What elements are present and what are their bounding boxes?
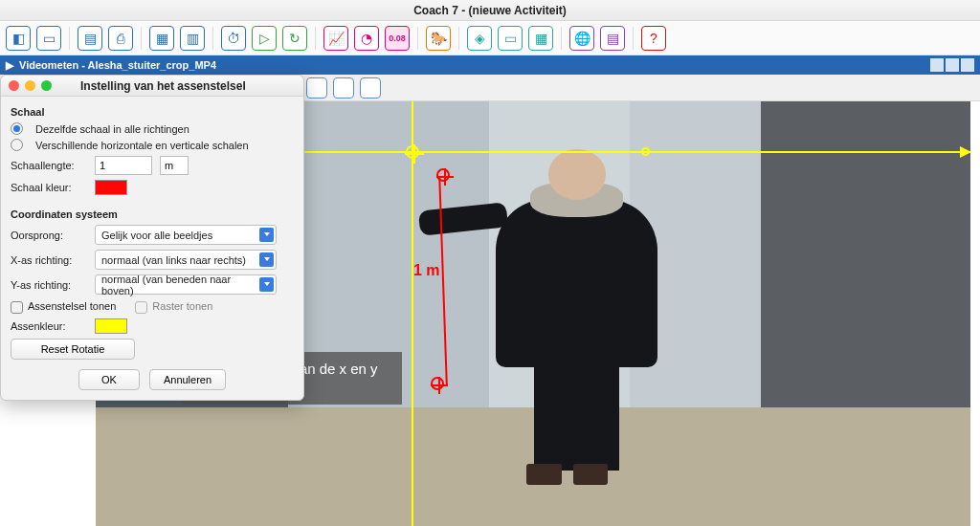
show-axes-checkbox[interactable] <box>11 301 23 314</box>
origin-marker[interactable] <box>406 145 419 159</box>
web-icon[interactable]: 🌐 <box>569 26 594 51</box>
save-icon[interactable]: ▤ <box>78 26 102 51</box>
scale-length-input[interactable] <box>95 156 152 175</box>
timer-icon[interactable]: ⏱ <box>221 26 246 51</box>
maximize-pane-icon[interactable] <box>946 58 959 72</box>
y-axis-overlay[interactable] <box>412 101 413 526</box>
origin-select[interactable]: Gelijk voor alle beeldjes <box>95 225 277 245</box>
cancel-button[interactable]: Annuleren <box>149 369 226 390</box>
play-small-icon[interactable]: ▶ <box>6 59 13 72</box>
main-toolbar: ◧ ▭ ▤ ⎙ ▦ ▥ ⏱ ▷ ↻ 📈 ◔ 0.08 🐎 ◈ ▭ ▦ 🌐 ▤ ? <box>0 21 980 55</box>
zoom-icon[interactable] <box>41 80 52 91</box>
minimize-icon[interactable] <box>25 80 35 91</box>
close-pane-icon[interactable] <box>961 58 974 72</box>
section-scale-label: Schaal <box>11 106 294 118</box>
origin-label: Oorsprong: <box>11 230 87 241</box>
radio-diff-scale[interactable] <box>11 139 23 151</box>
scale-color-label: Schaal kleur: <box>11 182 87 193</box>
axis-settings-dialog: Instelling van het assenstelsel Schaal D… <box>0 75 304 401</box>
text-icon[interactable]: ▤ <box>600 26 625 51</box>
refresh-icon[interactable]: ↻ <box>282 26 307 51</box>
xaxis-label: X-as richting: <box>11 254 87 266</box>
panel1-icon[interactable]: ▭ <box>498 26 523 51</box>
yaxis-select[interactable]: normaal (van beneden naar boven) <box>95 274 277 295</box>
scale-color-swatch[interactable] <box>95 180 127 195</box>
scale-unit-input[interactable] <box>160 156 189 175</box>
radio-diff-scale-label: Verschillende horizontale en verticale s… <box>35 140 249 151</box>
scale-top-marker[interactable] <box>436 168 450 182</box>
content-area: 1 m Instelling van het assenstelsel Scha… <box>0 101 980 526</box>
show-axes-label: Assenstelsel tonen <box>28 300 116 312</box>
video-pane-header: ▶ Videometen - Alesha_stuiter_crop_MP4 <box>0 55 980 75</box>
display1-icon[interactable]: ▦ <box>149 26 174 51</box>
chart-icon[interactable]: 📈 <box>323 26 348 51</box>
tool3-icon[interactable] <box>360 77 381 99</box>
show-grid-label: Raster tonen <box>152 300 212 312</box>
scale-length-label: Schaallengte: <box>11 160 87 171</box>
radio-same-scale[interactable] <box>11 122 23 135</box>
scale-label: 1 m <box>413 262 440 279</box>
open-icon[interactable]: ▭ <box>36 26 61 51</box>
scale-bottom-marker[interactable] <box>431 377 444 390</box>
axis-rotation-handle[interactable] <box>641 147 650 156</box>
ok-button[interactable]: OK <box>78 369 140 390</box>
tool1-icon[interactable] <box>306 77 327 99</box>
panel2-icon[interactable]: ▦ <box>528 26 553 51</box>
animation-icon[interactable]: 🐎 <box>426 26 451 51</box>
minimize-pane-icon[interactable] <box>930 58 944 72</box>
xaxis-select[interactable]: normaal (van links naar rechts) <box>95 250 277 270</box>
print-icon[interactable]: ⎙ <box>108 26 133 51</box>
axes-color-label: Assenkleur: <box>11 320 87 332</box>
tag-icon[interactable]: ◈ <box>467 26 492 51</box>
new-icon[interactable]: ◧ <box>6 26 31 51</box>
dialog-title: Instelling van het assenstelsel <box>80 79 296 93</box>
radio-same-scale-label: Dezelfde schaal in alle richtingen <box>35 123 189 135</box>
reset-rotation-button[interactable]: Reset Rotatie <box>11 339 135 360</box>
section-coord-label: Coordinaten systeem <box>11 208 294 220</box>
value-icon[interactable]: 0.08 <box>385 26 410 51</box>
yaxis-label: Y-as richting: <box>11 279 87 291</box>
person-figure <box>480 136 673 493</box>
show-grid-checkbox[interactable] <box>135 301 147 314</box>
tool2-icon[interactable] <box>333 77 354 99</box>
video-title: Videometen - Alesha_stuiter_crop_MP4 <box>19 59 216 71</box>
display2-icon[interactable]: ▥ <box>180 26 205 51</box>
app-titlebar: Coach 7 - (nieuwe Activiteit) <box>0 0 980 21</box>
axes-color-swatch[interactable] <box>95 318 127 334</box>
help-icon[interactable]: ? <box>641 26 666 51</box>
close-icon[interactable] <box>9 80 19 91</box>
dialog-titlebar[interactable]: Instelling van het assenstelsel <box>1 76 303 97</box>
play-icon[interactable]: ▷ <box>252 26 277 51</box>
gauge-icon[interactable]: ◔ <box>354 26 379 51</box>
